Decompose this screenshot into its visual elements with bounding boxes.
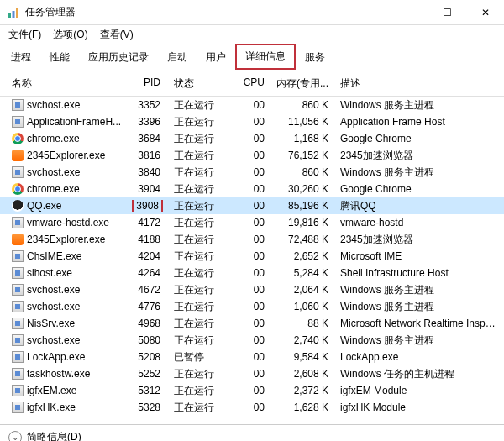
cell-cpu: 00 [224,166,268,178]
orange2345-icon [12,150,24,161]
process-name: NisSrv.exe [27,318,75,329]
menu-file[interactable]: 文件(F) [8,28,41,42]
table-row[interactable]: ApplicationFrameH...3396正在运行0011,056 KAp… [0,113,504,130]
table-row[interactable]: igfxEM.exe5312正在运行002,372 KigfxEM Module [0,382,504,399]
cell-memory: 85,196 K [268,200,332,212]
cell-name: igfxEM.exe [8,385,126,396]
column-header-pid[interactable]: PID [126,75,164,92]
cell-description: Windows 服务主进程 [332,165,504,180]
cell-memory: 2,740 K [268,334,332,346]
tab-processes[interactable]: 进程 [2,45,40,71]
cell-name: svchost.exe [8,99,126,111]
generic-icon [12,166,24,178]
cell-description: Windows 服务主进程 [332,300,504,314]
table-row[interactable]: ChsIME.exe4204正在运行002,652 KMicrosoft IME [0,248,504,265]
cell-name: svchost.exe [8,301,126,312]
cell-name: chrome.exe [8,183,126,195]
cell-pid: 4204 [126,250,164,262]
menu-view[interactable]: 查看(V) [100,28,134,42]
cell-memory: 76,152 K [268,150,332,161]
cell-description: Google Chrome [332,183,504,195]
tab-startup[interactable]: 启动 [158,45,197,71]
cell-name: QQ.exe [8,200,126,212]
cell-name: taskhostw.exe [8,368,126,380]
cell-pid: 4776 [126,301,164,312]
cell-pid: 3840 [126,166,164,178]
table-row[interactable]: 2345Explorer.exe4188正在运行0072,488 K2345加速… [0,231,504,248]
process-name: igfxHK.exe [27,402,76,413]
column-header-memory[interactable]: 内存(专用... [268,75,332,92]
table-row[interactable]: vmware-hostd.exe4172正在运行0019,816 Kvmware… [0,214,504,231]
column-header-description[interactable]: 描述 [332,75,504,92]
table-row[interactable]: 2345Explorer.exe3816正在运行0076,152 K2345加速… [0,147,504,164]
process-list[interactable]: svchost.exe3352正在运行00860 KWindows 服务主进程A… [0,97,504,417]
cell-name: 2345Explorer.exe [8,150,126,161]
cell-memory: 2,608 K [268,368,332,380]
close-button[interactable]: ✕ [466,0,504,25]
table-row[interactable]: LockApp.exe5208已暂停009,584 KLockApp.exe [0,349,504,365]
cell-name: chrome.exe [8,133,126,144]
cell-state: 正在运行 [164,98,224,113]
column-header-name[interactable]: 名称 [8,75,126,92]
table-row[interactable]: taskhostw.exe5252正在运行002,608 KWindows 任务… [0,365,504,382]
table-row[interactable]: svchost.exe5080正在运行002,740 KWindows 服务主进… [0,332,504,349]
brief-info-link[interactable]: 简略信息(D) [27,430,81,441]
generic-icon [12,250,24,262]
process-name: taskhostw.exe [27,368,90,380]
table-row[interactable]: igfxHK.exe5328正在运行001,628 KigfxHK Module [0,399,504,416]
cell-memory: 860 K [268,166,332,178]
cell-description: 2345加速浏览器 [332,233,504,247]
table-row[interactable]: NisSrv.exe4968正在运行0088 KMicrosoft Networ… [0,315,504,332]
cell-description: 2345加速浏览器 [332,149,504,163]
tab-services[interactable]: 服务 [296,45,334,71]
cell-cpu: 00 [224,116,268,128]
cell-cpu: 00 [224,368,268,380]
process-name: svchost.exe [27,334,80,346]
table-row[interactable]: sihost.exe4264正在运行005,284 KShell Infrast… [0,265,504,281]
cell-pid: 3816 [126,150,164,161]
process-name: igfxEM.exe [27,385,76,396]
tab-users[interactable]: 用户 [197,45,235,71]
table-row[interactable]: chrome.exe3684正在运行001,168 KGoogle Chrome [0,130,504,147]
minimize-button[interactable]: — [391,0,428,25]
table-row[interactable]: svchost.exe4672正在运行002,064 KWindows 服务主进… [0,281,504,298]
cell-memory: 9,584 K [268,351,332,363]
cell-description: Windows 任务的主机进程 [332,367,504,381]
cell-description: vmware-hostd [332,217,504,228]
cell-state: 正在运行 [164,233,224,247]
cell-memory: 1,168 K [268,133,332,144]
cell-memory: 88 K [268,318,332,329]
cell-state: 正在运行 [164,249,224,264]
table-row[interactable]: svchost.exe3352正在运行00860 KWindows 服务主进程 [0,97,504,113]
table-row[interactable]: svchost.exe4776正在运行001,060 KWindows 服务主进… [0,298,504,315]
cell-pid: 4188 [126,234,164,245]
table-row[interactable]: svchost.exe3840正在运行00860 KWindows 服务主进程 [0,164,504,181]
table-row[interactable]: QQ.exe3908正在运行0085,196 K腾讯QQ [0,197,504,214]
process-name: 2345Explorer.exe [27,234,105,245]
maximize-button[interactable]: ☐ [428,0,466,25]
cell-state: 正在运行 [164,417,224,418]
table-row[interactable]: svchost.exe5384正在运行005,284 KWindows 服务主进… [0,416,504,417]
tab-app-history[interactable]: 应用历史记录 [79,45,158,71]
cell-name: LockApp.exe [8,351,126,363]
chevron-down-icon[interactable]: ⌄ [8,431,22,442]
svg-rect-0 [8,13,11,18]
tab-details[interactable]: 详细信息 [235,44,296,70]
generic-icon [12,368,24,380]
cell-cpu: 00 [224,99,268,111]
process-name: chrome.exe [27,133,80,144]
column-header-cpu[interactable]: CPU [224,75,268,92]
cell-name: NisSrv.exe [8,318,126,329]
window-title: 任务管理器 [25,5,76,19]
tab-performance[interactable]: 性能 [40,45,79,71]
cell-state: 正在运行 [164,300,224,314]
table-row[interactable]: chrome.exe3904正在运行0030,260 KGoogle Chrom… [0,181,504,197]
cell-description: Windows 服务主进程 [332,283,504,297]
cell-memory: 860 K [268,99,332,111]
menu-options[interactable]: 选项(O) [53,28,87,42]
cell-pid: 4264 [126,267,164,279]
tabbar: 进程 性能 应用历史记录 启动 用户 详细信息 服务 [0,45,504,71]
column-header-state[interactable]: 状态 [164,75,224,92]
cell-pid: 5312 [126,385,164,396]
cell-state: 正在运行 [164,199,224,213]
